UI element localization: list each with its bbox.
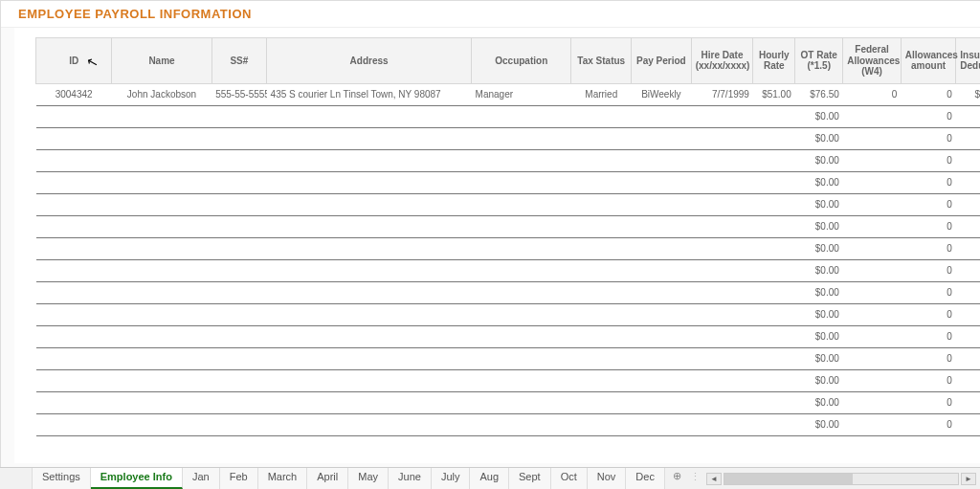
cell-hire_date[interactable] [691, 105, 753, 127]
cell-ssn[interactable] [212, 215, 266, 237]
cell-hourly_rate[interactable] [753, 259, 795, 281]
cell-name[interactable] [112, 413, 212, 435]
cell-ins_deduct[interactable] [956, 347, 980, 369]
cell-address[interactable] [267, 193, 472, 215]
cell-ins_deduct[interactable] [956, 413, 980, 435]
cell-name[interactable]: John Jackobson [112, 83, 212, 105]
cell-ins_deduct[interactable] [956, 391, 980, 413]
cell-allow_amt[interactable]: 0 [901, 215, 955, 237]
cell-occupation[interactable] [472, 325, 571, 347]
cell-hire_date[interactable] [691, 259, 753, 281]
cell-id[interactable] [36, 391, 112, 413]
cell-ot_rate[interactable]: $0.00 [795, 171, 843, 193]
sheet-tab-june[interactable]: June [389, 468, 432, 489]
cell-fed_allow[interactable] [843, 281, 902, 303]
cell-id[interactable] [36, 193, 112, 215]
cell-ssn[interactable] [212, 149, 266, 171]
cell-ssn[interactable] [212, 193, 266, 215]
cell-fed_allow[interactable] [843, 237, 902, 259]
cell-occupation[interactable] [472, 391, 571, 413]
column-header-name[interactable]: Name [112, 38, 212, 84]
cell-address[interactable] [267, 149, 472, 171]
cell-ot_rate[interactable]: $0.00 [795, 325, 843, 347]
cell-id[interactable] [36, 105, 112, 127]
cell-fed_allow[interactable] [843, 259, 902, 281]
cell-id[interactable] [36, 171, 112, 193]
cell-ot_rate[interactable]: $0.00 [795, 215, 843, 237]
cell-fed_allow[interactable]: 0 [843, 83, 902, 105]
cell-occupation[interactable] [472, 171, 571, 193]
cell-ssn[interactable] [212, 281, 266, 303]
cell-tax_status[interactable] [571, 193, 632, 215]
cell-occupation[interactable] [472, 105, 571, 127]
cell-fed_allow[interactable] [843, 303, 902, 325]
cell-hire_date[interactable] [691, 149, 753, 171]
table-row[interactable]: 3004342John Jackobson555-55-5555435 S co… [36, 83, 981, 105]
cell-ssn[interactable] [212, 347, 266, 369]
cell-tax_status[interactable] [571, 149, 632, 171]
cell-pay_period[interactable] [632, 171, 692, 193]
cell-hourly_rate[interactable] [753, 105, 795, 127]
scrollbar-thumb[interactable] [724, 474, 853, 484]
cell-allow_amt[interactable]: 0 [901, 281, 955, 303]
cell-name[interactable] [112, 369, 212, 391]
cell-occupation[interactable] [472, 127, 571, 149]
cell-occupation[interactable] [472, 259, 571, 281]
cell-ot_rate[interactable]: $0.00 [795, 369, 843, 391]
cell-ins_deduct[interactable] [956, 149, 980, 171]
cell-name[interactable] [112, 259, 212, 281]
cell-occupation[interactable] [472, 413, 571, 435]
cell-tax_status[interactable] [571, 391, 632, 413]
cell-allow_amt[interactable]: 0 [901, 105, 955, 127]
table-row[interactable]: $0.000 [36, 259, 981, 281]
cell-ssn[interactable] [212, 325, 266, 347]
cell-name[interactable] [112, 347, 212, 369]
cell-ins_deduct[interactable] [956, 105, 980, 127]
sheet-tab-march[interactable]: March [258, 468, 308, 489]
cell-allow_amt[interactable]: 0 [901, 369, 955, 391]
cell-ins_deduct[interactable] [956, 325, 980, 347]
cell-hourly_rate[interactable] [753, 149, 795, 171]
cell-pay_period[interactable] [632, 259, 692, 281]
sheet-tab-aug[interactable]: Aug [470, 468, 509, 489]
cell-pay_period[interactable] [632, 347, 692, 369]
cell-address[interactable] [267, 369, 472, 391]
cell-id[interactable] [36, 347, 112, 369]
cell-id[interactable] [36, 127, 112, 149]
cell-tax_status[interactable] [571, 347, 632, 369]
scroll-left-button[interactable]: ◄ [706, 473, 722, 485]
cell-hourly_rate[interactable] [753, 127, 795, 149]
cell-ins_deduct[interactable] [956, 281, 980, 303]
cell-pay_period[interactable] [632, 413, 692, 435]
cell-ins_deduct[interactable] [956, 259, 980, 281]
cell-ot_rate[interactable]: $76.50 [795, 83, 843, 105]
cell-fed_allow[interactable] [843, 391, 902, 413]
column-header-hourly_rate[interactable]: Hourly Rate [753, 38, 795, 84]
cell-ssn[interactable] [212, 171, 266, 193]
table-row[interactable]: $0.000 [36, 369, 981, 391]
cell-id[interactable] [36, 325, 112, 347]
cell-pay_period[interactable] [632, 149, 692, 171]
column-header-occupation[interactable]: Occupation [472, 38, 571, 84]
cell-hourly_rate[interactable] [753, 325, 795, 347]
cell-name[interactable] [112, 391, 212, 413]
cell-hourly_rate[interactable] [753, 369, 795, 391]
sheet-tab-jan[interactable]: Jan [183, 468, 220, 489]
cell-hire_date[interactable] [691, 193, 753, 215]
cell-occupation[interactable] [472, 369, 571, 391]
cell-occupation[interactable] [472, 303, 571, 325]
sheet-area[interactable]: ↖ IDNameSS#AddressOccupationTax StatusPa… [14, 28, 980, 463]
cell-address[interactable] [267, 303, 472, 325]
cell-fed_allow[interactable] [843, 369, 902, 391]
cell-fed_allow[interactable] [843, 215, 902, 237]
cell-ot_rate[interactable]: $0.00 [795, 413, 843, 435]
sheet-tab-april[interactable]: April [307, 468, 348, 489]
cell-ssn[interactable] [212, 369, 266, 391]
cell-pay_period[interactable] [632, 127, 692, 149]
sheet-tab-settings[interactable]: Settings [33, 468, 91, 489]
cell-allow_amt[interactable]: 0 [901, 347, 955, 369]
table-row[interactable]: $0.000 [36, 149, 981, 171]
cell-address[interactable] [267, 105, 472, 127]
cell-name[interactable] [112, 127, 212, 149]
cell-tax_status[interactable] [571, 325, 632, 347]
